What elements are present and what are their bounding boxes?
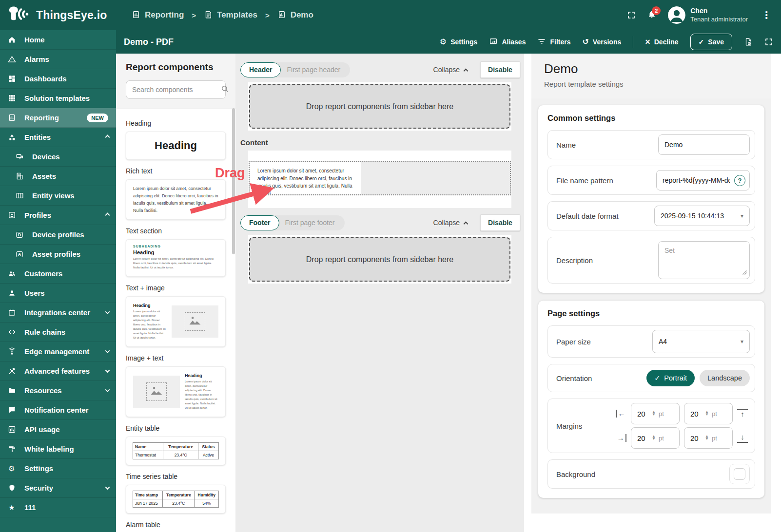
component-card-imagetext[interactable]: Heading Lorem ipsum dolor sit amet, cons… [126, 366, 226, 417]
component-card-timeseriestable[interactable]: Time stamp Temperature Humidity Jun 17 2… [126, 485, 226, 513]
search-components-box[interactable] [126, 80, 226, 99]
notifications-bell-icon[interactable]: 2 [647, 10, 656, 20]
stepper-icon[interactable]: ▲▼ [705, 436, 709, 440]
fullscreen-icon[interactable] [627, 11, 636, 19]
sidebar-item-alarms[interactable]: Alarms [0, 50, 116, 69]
component-card-textimage[interactable]: Heading Lorem ipsum dolor sit amet, cons… [126, 296, 226, 347]
component-card-heading[interactable]: Heading [126, 132, 226, 160]
margin-left-input-box[interactable]: ▲▼ pt [631, 403, 680, 424]
sidebar-item-device-profiles[interactable]: DDevice profiles [0, 225, 116, 245]
margin-bottom-input-box[interactable]: ▲▼ pt [684, 427, 733, 449]
file-name-pattern-label: File name pattern [556, 176, 613, 185]
background-color-swatch[interactable] [729, 464, 750, 484]
header-dropzone[interactable]: Drop report components from sidebar here [249, 84, 510, 129]
content-page-block: Lorem ipsum dolor sit amet, consectetur … [248, 151, 511, 208]
user-menu[interactable]: Chen Tenant administrator [668, 6, 748, 24]
content-dropzone[interactable]: Lorem ipsum dolor sit amet, consectetur … [249, 161, 511, 195]
sidebar-item-security[interactable]: Security [0, 478, 116, 498]
sidebar-item-notification-center[interactable]: Notification center [0, 400, 116, 420]
component-card-textsection[interactable]: SUBHEADING Heading Lorem ipsum dolor sit… [126, 239, 226, 277]
footer-dropzone[interactable]: Drop report components from sidebar here [249, 237, 510, 282]
sidebar-item-111[interactable]: ★111 [0, 498, 116, 517]
margin-top-input[interactable] [690, 410, 705, 418]
fullscreen-editor-icon[interactable] [764, 38, 773, 46]
first-page-footer-chip[interactable]: First page footer [270, 215, 345, 230]
sidebar-item-profiles[interactable]: Profiles [0, 206, 116, 225]
breadcrumb-reporting[interactable]: Reporting [132, 10, 184, 20]
margin-bottom-input[interactable] [690, 434, 705, 442]
security-icon [7, 484, 17, 492]
settings-button[interactable]: ⚙ Settings [440, 38, 478, 46]
sidebar-item-customers[interactable]: Customers [0, 264, 116, 284]
margin-top-input-box[interactable]: ▲▼ pt [684, 403, 733, 424]
sidebar-item-entity-views[interactable]: Entity views [0, 186, 116, 206]
sidebar-item-label: Assets [32, 172, 109, 180]
dropped-richtext-component[interactable]: Lorem ipsum dolor sit amet, consectetur … [250, 162, 361, 194]
component-label-textimage: Text + image [126, 284, 226, 292]
sidebar-item-solution-templates[interactable]: Solution templates [0, 89, 116, 108]
margin-left-icon: ← [616, 410, 626, 418]
help-icon[interactable]: ? [734, 175, 745, 186]
footer-disable-button[interactable]: Disable [480, 214, 520, 231]
sidebar-item-reporting[interactable]: ReportingNEW [0, 108, 116, 128]
history-icon: ↺ [582, 38, 588, 46]
first-page-header-chip[interactable]: First page header [271, 62, 350, 77]
sidebar-item-home[interactable]: Home [0, 30, 116, 50]
decline-button[interactable]: × Decline [645, 38, 678, 46]
sidebar-item-users[interactable]: Users [0, 284, 116, 303]
save-button[interactable]: ✓ Save [690, 34, 732, 50]
filters-button[interactable]: Filters [537, 37, 570, 47]
check-icon: ✓ [699, 38, 704, 46]
breadcrumb-templates[interactable]: Templates [204, 10, 257, 20]
top-bar: ThingsEye.io Reporting > Templates > Dem… [0, 0, 781, 30]
sidebar-item-edge-management[interactable]: Edge management [0, 342, 116, 361]
stepper-icon[interactable]: ▲▼ [652, 436, 656, 440]
description-field[interactable]: Set [658, 241, 750, 279]
component-card-entitytable[interactable]: Name Temperature Status Thermostat 23.4°… [126, 437, 226, 465]
stepper-icon[interactable]: ▲▼ [652, 411, 656, 416]
components-scrollbar[interactable] [232, 108, 235, 254]
profiles-icon [7, 211, 17, 219]
footer-chip[interactable]: Footer [240, 215, 279, 230]
search-input[interactable] [132, 86, 220, 94]
resize-handle-icon[interactable] [742, 268, 747, 277]
preview-report-icon[interactable] [744, 38, 753, 46]
sidebar-item-settings[interactable]: ⚙Settings [0, 459, 116, 478]
margin-right-input-box[interactable]: ▲▼ pt [631, 427, 680, 449]
sidebar-item-integrations-center[interactable]: Integrations center [0, 303, 116, 323]
versions-button[interactable]: ↺ Versions [582, 38, 621, 46]
file-name-pattern-field[interactable] [663, 176, 730, 184]
sidebar-item-rule-chains[interactable]: Rule chains [0, 323, 116, 342]
image-icon [189, 315, 201, 328]
breadcrumb-demo[interactable]: Demo [277, 10, 313, 20]
orientation-landscape-button[interactable]: Landscape [700, 370, 750, 386]
stepper-icon[interactable]: ▲▼ [705, 411, 709, 416]
name-field[interactable] [658, 134, 750, 155]
margin-right-input[interactable] [637, 434, 652, 442]
footer-collapse-button[interactable]: Collapse [433, 219, 468, 227]
default-date-format-select[interactable]: 2025-09-15 10:44:13 ▾ [654, 206, 750, 226]
sidebar-item-advanced-features[interactable]: Advanced features [0, 361, 116, 381]
entities-icon [7, 133, 17, 141]
orientation-portrait-button[interactable]: ✓ Portrait [646, 370, 695, 386]
brand[interactable]: ThingsEye.io [0, 5, 116, 25]
component-card-richtext[interactable]: Lorem ipsum dolor sit amet, consectetur … [126, 179, 226, 220]
aliases-button[interactable]: Aliases [489, 37, 526, 47]
sidebar-item-api-usage[interactable]: API usage [0, 420, 116, 439]
margin-left-input[interactable] [637, 410, 652, 418]
sidebar-item-white-labeling[interactable]: White labeling [0, 439, 116, 459]
header-chip[interactable]: Header [240, 62, 281, 77]
header-disable-button[interactable]: Disable [480, 61, 520, 78]
sidebar-item-asset-profiles[interactable]: AAsset profiles [0, 245, 116, 264]
chevron-down-icon [105, 348, 110, 353]
paper-size-select[interactable]: A4 ▾ [652, 330, 750, 353]
kebab-menu-icon[interactable]: ⋮ [760, 9, 773, 21]
sidebar-item-devices[interactable]: Devices [0, 147, 116, 167]
sidebar-item-dashboards[interactable]: Dashboards [0, 69, 116, 89]
sidebar-item-resources[interactable]: Resources [0, 381, 116, 400]
header-collapse-button[interactable]: Collapse [433, 66, 468, 74]
component-label-richtext: Rich text [126, 167, 226, 175]
sidebar-item-entities[interactable]: Entities [0, 128, 116, 147]
sidebar-item-assets[interactable]: Assets [0, 167, 116, 186]
sidebar-item-label: Solution templates [24, 94, 109, 102]
